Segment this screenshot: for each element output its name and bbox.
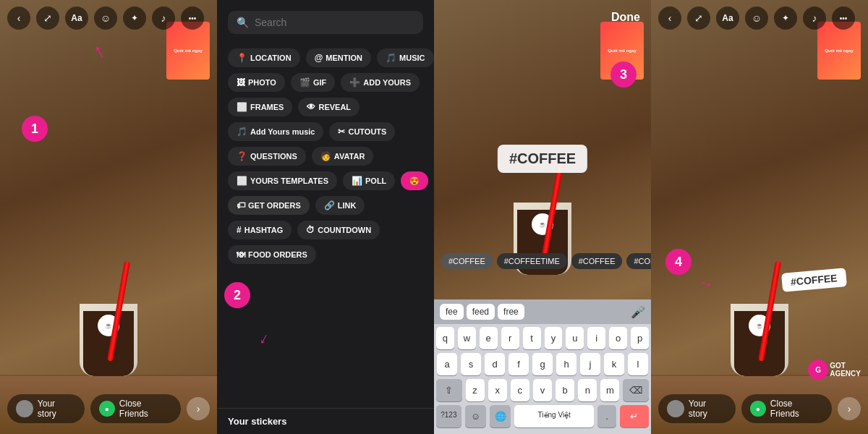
forward-button[interactable]: › bbox=[187, 397, 210, 420]
music-sticker[interactable]: 🎵 MUSIC bbox=[377, 48, 433, 67]
suggestion-coffee2[interactable]: #COFFEE bbox=[571, 253, 623, 269]
suggestion-free[interactable]: free bbox=[498, 304, 524, 320]
key-i[interactable]: i bbox=[587, 327, 605, 349]
add-yours-music-sticker[interactable]: 🎵 Add Yours music bbox=[228, 122, 323, 141]
watermark-logo: G bbox=[808, 359, 828, 380]
key-j[interactable]: j bbox=[580, 353, 600, 375]
emoji-button[interactable]: ☺ bbox=[94, 7, 117, 30]
key-s[interactable]: s bbox=[461, 353, 481, 375]
reveal-icon: 👁 bbox=[307, 102, 315, 112]
key-r[interactable]: r bbox=[501, 327, 519, 349]
suggestion-cof[interactable]: #COF bbox=[626, 253, 651, 269]
countdown-sticker[interactable]: ⏱ COUNTDOWN bbox=[297, 221, 380, 239]
panel4-forward-button[interactable]: › bbox=[838, 397, 861, 420]
gif-sticker[interactable]: 🎬 GIF bbox=[291, 73, 335, 92]
key-o[interactable]: o bbox=[609, 327, 627, 349]
panel4-your-story-button[interactable]: Your story bbox=[658, 394, 736, 423]
hashtag-sticker[interactable]: #COFFEE bbox=[498, 145, 587, 173]
key-h[interactable]: h bbox=[556, 353, 576, 375]
your-story-button[interactable]: Your story bbox=[7, 394, 85, 423]
back-button[interactable]: ‹ bbox=[7, 7, 30, 30]
music-button[interactable]: ♪ bbox=[152, 7, 175, 30]
close-friends-button[interactable]: ● Close Friends bbox=[90, 394, 181, 423]
emoji-sticker[interactable]: 😍 bbox=[401, 171, 428, 190]
suggestion-coffee[interactable]: #COFFEE bbox=[441, 253, 493, 269]
done-button[interactable]: Done bbox=[611, 11, 640, 24]
key-a[interactable]: a bbox=[437, 353, 457, 375]
key-v[interactable]: v bbox=[533, 379, 552, 401]
hashtag-sticker-btn[interactable]: # HASHTAG bbox=[228, 221, 292, 239]
location-sticker[interactable]: 📍 LOCATION bbox=[228, 48, 300, 67]
key-x[interactable]: x bbox=[488, 379, 507, 401]
photo-sticker[interactable]: 🖼 PHOTO bbox=[228, 73, 285, 92]
key-k[interactable]: k bbox=[604, 353, 624, 375]
effects-button[interactable]: ✦ bbox=[123, 7, 146, 30]
suggestion-feed[interactable]: feed bbox=[467, 304, 495, 320]
poll-sticker[interactable]: 📊 POLL bbox=[343, 171, 395, 190]
key-y[interactable]: y bbox=[545, 327, 563, 349]
location-label: LOCATION bbox=[250, 54, 292, 62]
key-t[interactable]: t bbox=[523, 327, 541, 349]
key-l[interactable]: l bbox=[628, 353, 648, 375]
mic-icon[interactable]: 🎤 bbox=[631, 305, 645, 319]
search-input[interactable] bbox=[255, 17, 414, 28]
panel-4: Quét mã ngay ☕ ‹ ⤢ Aa ☺ ✦ ♪ ••• 4 → #COF… bbox=[651, 0, 868, 434]
frames-sticker[interactable]: ⬜ FRAMES bbox=[228, 98, 292, 116]
key-period[interactable]: . bbox=[597, 405, 616, 427]
search-bar[interactable]: 🔍 bbox=[228, 11, 423, 34]
panel4-emoji-button[interactable]: ☺ bbox=[745, 7, 768, 30]
link-label: LINK bbox=[338, 201, 357, 210]
key-globe[interactable]: 🌐 bbox=[490, 405, 511, 427]
key-backspace[interactable]: ⌫ bbox=[623, 379, 648, 401]
key-space[interactable]: Tiếng Việt bbox=[514, 405, 594, 427]
panel4-back-button[interactable]: ‹ bbox=[658, 7, 681, 30]
key-return[interactable]: ↵ bbox=[620, 405, 649, 427]
panel4-effects-button[interactable]: ✦ bbox=[774, 7, 797, 30]
key-emoji[interactable]: ☺ bbox=[465, 405, 486, 427]
panel4-text-button[interactable]: Aa bbox=[716, 7, 739, 30]
close-friends-icon: ● bbox=[99, 401, 115, 417]
key-f[interactable]: f bbox=[509, 353, 529, 375]
questions-icon: ❓ bbox=[237, 151, 247, 161]
yours-templates-sticker[interactable]: ⬜ YOURS TEMPLATES bbox=[228, 171, 337, 190]
add-yours-music-icon: 🎵 bbox=[237, 127, 247, 137]
key-123[interactable]: ?123 bbox=[436, 405, 461, 427]
key-d[interactable]: d bbox=[485, 353, 505, 375]
avatar-sticker[interactable]: 🧑 AVATAR bbox=[312, 147, 374, 166]
hashtag-suggestions: #COFFEE #COFFEETIME #COFFEE #COF bbox=[434, 253, 651, 269]
panel4-close-friends-button[interactable]: ● Close Friends bbox=[741, 394, 832, 423]
key-u[interactable]: u bbox=[566, 327, 584, 349]
key-w[interactable]: w bbox=[458, 327, 476, 349]
key-z[interactable]: z bbox=[466, 379, 485, 401]
add-yours-music-label: Add Yours music bbox=[250, 127, 315, 136]
key-p[interactable]: p bbox=[631, 327, 649, 349]
panel4-music-button[interactable]: ♪ bbox=[803, 7, 826, 30]
link-sticker[interactable]: 🔗 LINK bbox=[315, 196, 365, 215]
panel4-close-friends-label: Close Friends bbox=[770, 399, 823, 419]
food-orders-sticker[interactable]: 🍽 FOOD ORDERS bbox=[228, 245, 316, 264]
add-yours-sticker[interactable]: ➕ ADD YOURS bbox=[341, 73, 420, 92]
key-q[interactable]: q bbox=[436, 327, 454, 349]
keyboard-row-1: q w e r t y u i o p bbox=[436, 327, 649, 349]
key-m[interactable]: m bbox=[600, 379, 619, 401]
key-g[interactable]: g bbox=[532, 353, 553, 375]
panel4-more-button[interactable]: ••• bbox=[832, 7, 855, 30]
get-orders-sticker[interactable]: 🏷 GET ORDERS bbox=[228, 196, 310, 215]
key-b[interactable]: b bbox=[556, 379, 574, 401]
mention-sticker[interactable]: @ MENTION bbox=[306, 48, 371, 67]
key-c[interactable]: c bbox=[511, 379, 529, 401]
questions-sticker[interactable]: ❓ QUESTIONS bbox=[228, 147, 306, 166]
text-button[interactable]: Aa bbox=[65, 7, 88, 30]
suggestion-coffeetime[interactable]: #COFFEETIME bbox=[497, 253, 567, 269]
more-button[interactable]: ••• bbox=[181, 7, 204, 30]
expand-button[interactable]: ⤢ bbox=[36, 7, 59, 30]
cutouts-sticker[interactable]: ✂ CUTOUTS bbox=[329, 122, 395, 141]
key-n[interactable]: n bbox=[578, 379, 597, 401]
key-e[interactable]: e bbox=[480, 327, 498, 349]
reveal-sticker[interactable]: 👁 REVEAL bbox=[298, 98, 359, 116]
frames-label: FRAMES bbox=[250, 103, 284, 111]
key-shift[interactable]: ⇧ bbox=[436, 379, 461, 401]
suggestion-fee[interactable]: fee bbox=[440, 304, 464, 320]
panel4-expand-button[interactable]: ⤢ bbox=[687, 7, 710, 30]
panel4-coffee-cup: ☕ bbox=[727, 289, 792, 376]
